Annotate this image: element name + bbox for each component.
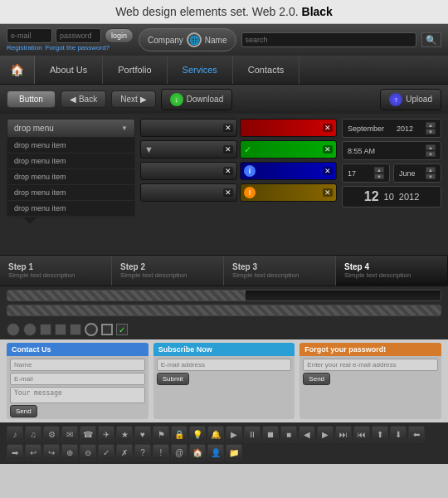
icon-mail[interactable]: ✉ [61, 426, 78, 442]
icon-rewind[interactable]: ⏮ [353, 426, 370, 442]
icon-redo[interactable]: ↪ [43, 444, 60, 461]
password-input[interactable] [56, 28, 101, 43]
icon-next[interactable]: ▶ [317, 426, 334, 442]
step-1[interactable]: Step 1 Simple text description [0, 256, 112, 286]
shape-square-3[interactable] [70, 324, 81, 335]
nav-item-services[interactable]: Services [168, 56, 233, 84]
step-3[interactable]: Step 3 Simple text description [224, 256, 336, 286]
nav-item-portfolio[interactable]: Portfolio [103, 56, 167, 84]
icon-play[interactable]: ▶ [226, 426, 242, 442]
day-picker[interactable]: 17 ▲ ▼ [342, 164, 390, 183]
shape-check[interactable]: ✓ [116, 324, 128, 335]
next-button[interactable]: Next ▶ [111, 90, 156, 108]
step-4[interactable]: Step 4 Simple text description [336, 256, 448, 286]
nav-item-about[interactable]: About Us [35, 56, 103, 84]
icon-at[interactable]: @ [171, 444, 187, 461]
month2-down-button[interactable]: ▼ [426, 173, 436, 179]
icon-user[interactable]: 👤 [207, 444, 224, 461]
dropdown-item-3[interactable]: drop menu item [7, 169, 134, 185]
email-input[interactable] [7, 28, 52, 43]
icon-folder[interactable]: 📁 [226, 444, 242, 461]
nav-item-contacts[interactable]: Contacts [233, 56, 299, 84]
time-down-button[interactable]: ▼ [426, 151, 436, 157]
dropdown-item-1[interactable]: drop menu item [7, 138, 134, 154]
search-input[interactable] [241, 32, 416, 47]
icon-lock[interactable]: 🔒 [171, 426, 187, 442]
icon-minus[interactable]: ⊖ [80, 444, 96, 461]
shape-square-active[interactable] [101, 324, 113, 335]
shape-circle-2[interactable] [23, 323, 37, 336]
icon-cross[interactable]: ✗ [116, 444, 133, 461]
download-button[interactable]: ↓ Download [161, 89, 232, 110]
dark-btn-3[interactable]: ✕ [140, 162, 237, 180]
icon-question[interactable]: ? [134, 444, 151, 461]
forgot-password-link[interactable]: Forgot the password? [46, 44, 110, 51]
icon-plane[interactable]: ✈ [98, 426, 114, 442]
month2-picker[interactable]: June ▲ ▼ [393, 164, 441, 183]
icon-bulb[interactable]: 💡 [189, 426, 206, 442]
upload-button[interactable]: ↑ Upload [380, 89, 441, 110]
dropdown-item-4[interactable]: drop menu item [7, 185, 134, 201]
icon-stop[interactable]: ⏹ [262, 426, 279, 442]
registration-link[interactable]: Registration [7, 44, 42, 51]
icon-fast-fwd[interactable]: ⏭ [335, 426, 352, 442]
icon-prev[interactable]: ◀ [299, 426, 315, 442]
icon-undo[interactable]: ↩ [25, 444, 41, 461]
contact-email-input[interactable] [10, 373, 145, 385]
shape-circle-active[interactable] [85, 323, 98, 336]
dark-btn-1[interactable]: ✕ [140, 119, 237, 137]
dark-btn-4[interactable]: ✕ [140, 183, 237, 202]
icon-heart[interactable]: ♥ [134, 426, 151, 442]
month-down-button[interactable]: ▼ [426, 129, 436, 134]
dropdown-item-5[interactable]: drop menu item [7, 201, 134, 217]
icon-exclamation[interactable]: ! [153, 444, 169, 461]
time-up-button[interactable]: ▲ [426, 144, 436, 150]
icon-up[interactable]: ⬆ [372, 426, 388, 442]
step-2[interactable]: Step 2 Simple text description [112, 256, 224, 286]
icon-music2[interactable]: ♫ [25, 426, 41, 442]
green-btn[interactable]: ✓ ✕ [240, 140, 337, 159]
dark-btn-2[interactable]: ▼ ✕ [140, 140, 237, 159]
icon-down[interactable]: ⬇ [390, 426, 407, 442]
dropdown-header[interactable]: drop menu ▼ [7, 119, 135, 138]
icon-phone[interactable]: ☎ [80, 426, 96, 442]
month-year-picker[interactable]: September 2012 ▲ ▼ [342, 119, 441, 138]
icon-plus[interactable]: ⊕ [61, 444, 78, 461]
shape-square-2[interactable] [55, 324, 66, 335]
icon-gear[interactable]: ⚙ [43, 426, 60, 442]
shape-circle-1[interactable] [7, 323, 20, 336]
contact-message-input[interactable] [10, 387, 145, 403]
red-btn[interactable]: ✕ [240, 119, 337, 137]
logo-pill[interactable]: Company 🌐 Name [139, 28, 236, 51]
icon-music[interactable]: ♪ [7, 426, 23, 442]
dropdown-item-2[interactable]: drop menu item [7, 154, 134, 169]
icon-left[interactable]: ⬅ [408, 426, 425, 442]
search-button[interactable]: 🔍 [421, 32, 441, 47]
month-up-button[interactable]: ▲ [426, 122, 436, 128]
icon-pause[interactable]: ⏸ [244, 426, 261, 442]
button-btn[interactable]: Button [7, 90, 56, 108]
icon-star[interactable]: ★ [116, 426, 133, 442]
month2-up-button[interactable]: ▲ [426, 167, 436, 173]
contact-name-input[interactable] [10, 359, 145, 371]
login-button[interactable]: login [105, 28, 134, 43]
day-up-button[interactable]: ▲ [374, 167, 384, 173]
day-down-button[interactable]: ▼ [374, 173, 384, 179]
blue-btn[interactable]: i ✕ [240, 162, 337, 180]
icon-check[interactable]: ✓ [98, 444, 114, 461]
subscribe-submit-button[interactable]: Submit [157, 373, 189, 385]
brown-btn[interactable]: ! ✕ [240, 183, 337, 202]
forgot-send-button[interactable]: Send [303, 373, 330, 385]
nav-home-button[interactable]: 🏠 [0, 56, 35, 84]
shape-square-1[interactable] [40, 324, 51, 335]
subscribe-email-input[interactable] [157, 359, 292, 371]
contact-send-button[interactable]: Send [10, 405, 37, 417]
icon-right[interactable]: ➡ [7, 444, 23, 461]
icon-flag[interactable]: ⚑ [153, 426, 169, 442]
time-picker[interactable]: 8:55 AM ▲ ▼ [342, 141, 441, 160]
icon-square[interactable]: ■ [280, 426, 297, 442]
icon-home[interactable]: 🏠 [189, 444, 206, 461]
icon-bell[interactable]: 🔔 [207, 426, 224, 442]
back-button[interactable]: ◀ Back [61, 90, 106, 108]
forgot-email-input[interactable] [303, 359, 438, 371]
